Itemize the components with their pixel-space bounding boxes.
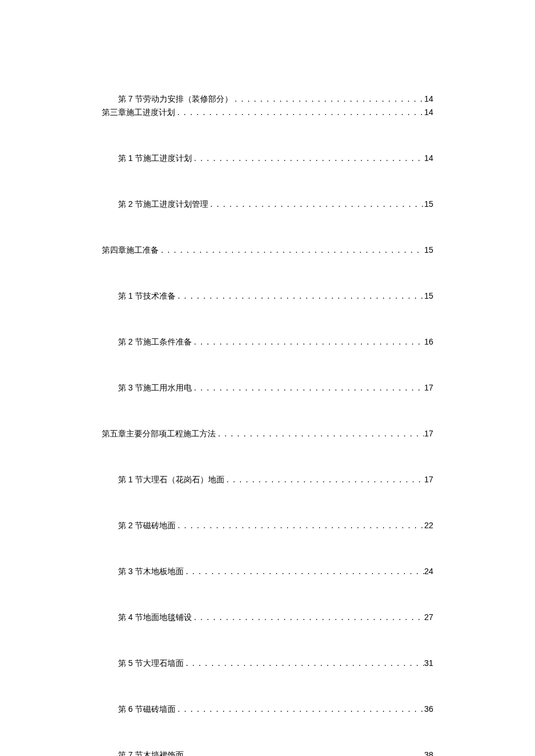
toc-leader-dots [176,290,425,302]
toc-entry: 第 5 节大理石墙面31 [102,657,433,669]
toc-section-label: 第 1 节技术准备 [102,290,176,302]
toc-section-label: 第 2 节施工条件准备 [102,336,192,348]
toc-section-label: 第 1 节大理石（花岗石）地面 [102,474,224,486]
toc-section-label: 第 7 节木墙裙饰面 [102,749,184,756]
toc-section-label: 第 2 节施工进度计划管理 [102,198,208,210]
toc-leader-dots [184,657,425,669]
toc-leader-dots [176,703,425,715]
toc-page-number: 17 [424,428,433,440]
toc-entry: 第 3 节木地板地面24 [102,565,433,578]
toc-leader-dots [175,106,424,119]
toc-entry: 第 7 节劳动力安排（装修部分）14 [102,93,433,105]
toc-leader-dots [224,474,425,486]
toc-page-number: 15 [424,244,433,256]
toc-leader-dots [184,565,425,578]
toc-page-number: 16 [424,336,433,348]
toc-entry: 第 1 节大理石（花岗石）地面17 [102,474,433,486]
toc-entry: 第四章施工准备15 [102,244,433,256]
toc-entry: 第 4 节地面地毯铺设27 [102,611,433,624]
toc-entry: 第 2 节施工条件准备16 [102,336,433,348]
toc-leader-dots [184,749,425,756]
toc-entry: 第 1 节技术准备15 [102,290,433,302]
toc-entry: 第 2 节磁砖地面22 [102,519,433,532]
toc-page-number: 31 [424,657,433,669]
toc-leader-dots [192,152,425,164]
toc-page-number: 38 [424,749,433,756]
toc-entry: 第 6 节磁砖墙面36 [102,703,433,715]
toc-container: 第 7 节劳动力安排（装修部分）14第三章施工进度计划14第 1 节施工进度计划… [102,93,433,756]
toc-page-number: 27 [424,611,433,624]
toc-section-label: 第 3 节施工用水用电 [102,382,192,394]
toc-entry: 第五章主要分部项工程施工方法17 [102,428,433,440]
toc-page-number: 17 [424,382,433,394]
toc-page-number: 15 [424,198,433,210]
toc-section-label: 第 5 节大理石墙面 [102,657,184,669]
toc-chapter-label: 第四章施工准备 [102,244,159,256]
toc-chapter-label: 第三章施工进度计划 [102,106,175,119]
toc-chapter-label: 第五章主要分部项工程施工方法 [102,428,216,440]
toc-leader-dots [159,244,424,256]
toc-leader-dots [192,382,425,394]
toc-leader-dots [192,336,425,348]
toc-section-label: 第 4 节地面地毯铺设 [102,611,192,624]
toc-leader-dots [233,93,425,105]
toc-leader-dots [192,611,425,624]
toc-page-number: 14 [424,106,433,119]
toc-entry: 第三章施工进度计划14 [102,106,433,119]
toc-section-label: 第 7 节劳动力安排（装修部分） [102,93,233,105]
toc-page-number: 14 [424,152,433,164]
toc-section-label: 第 3 节木地板地面 [102,565,184,578]
toc-leader-dots [176,519,425,532]
toc-entry: 第 1 节施工进度计划14 [102,152,433,164]
toc-page-number: 24 [424,565,433,578]
toc-page-number: 22 [424,519,433,532]
toc-page-number: 17 [424,474,433,486]
toc-leader-dots [208,198,425,210]
toc-entry: 第 7 节木墙裙饰面38 [102,749,433,756]
toc-page-number: 14 [424,93,433,105]
toc-page-number: 36 [424,703,433,715]
toc-entry: 第 2 节施工进度计划管理15 [102,198,433,210]
toc-entry: 第 3 节施工用水用电17 [102,382,433,394]
toc-leader-dots [216,428,424,440]
toc-section-label: 第 1 节施工进度计划 [102,152,192,164]
toc-section-label: 第 2 节磁砖地面 [102,519,176,532]
toc-section-label: 第 6 节磁砖墙面 [102,703,176,715]
toc-page-number: 15 [424,290,433,302]
